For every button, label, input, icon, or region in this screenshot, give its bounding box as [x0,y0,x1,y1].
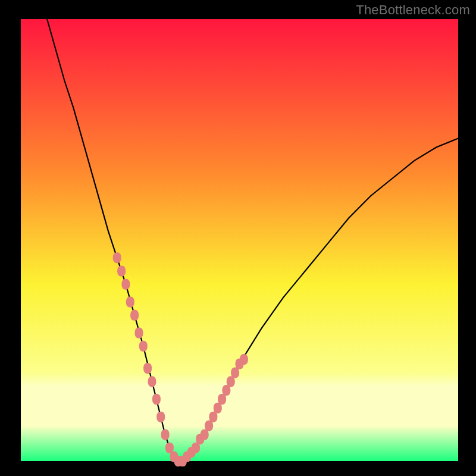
bottleneck-chart [0,0,476,476]
watermark-text: TheBottleneck.com [356,2,470,18]
curve-marker [117,266,126,277]
curve-marker [240,354,248,365]
curve-marker [135,328,143,339]
curve-marker [156,412,165,422]
curve-marker [161,429,170,440]
curve-marker [126,297,134,308]
curve-marker [148,376,156,387]
plot-background [21,19,458,461]
curve-marker [113,252,121,263]
curve-marker [121,279,130,290]
curve-marker [152,394,161,405]
curve-marker [139,341,148,352]
curve-marker [143,363,152,374]
chart-frame: TheBottleneck.com [0,0,476,476]
curve-marker [130,310,139,321]
